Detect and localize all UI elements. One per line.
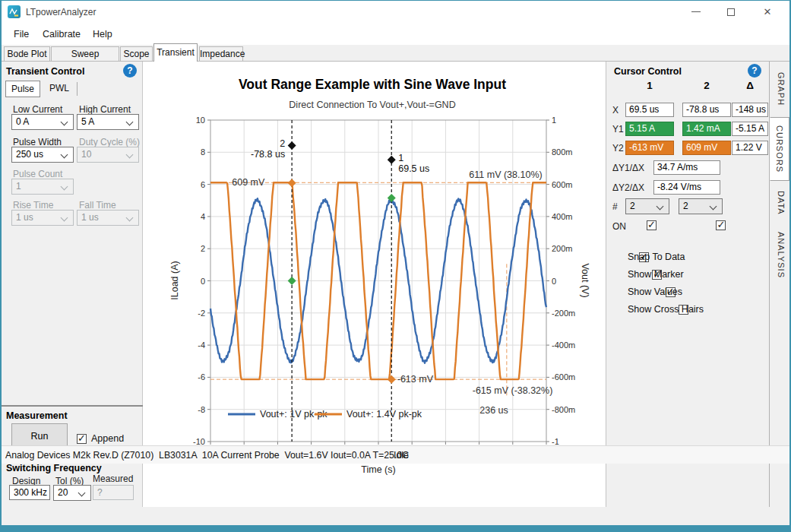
dy1-dx-label: ΔY1/ΔX xyxy=(612,163,644,173)
tol-combo[interactable]: 20 xyxy=(53,485,91,501)
maximize-button[interactable] xyxy=(713,1,748,23)
chart-subtitle: Direct Connection To Vout+,Vout-=GND xyxy=(289,100,455,110)
left-tick-label: 6 xyxy=(201,180,205,189)
help-icon[interactable]: ? xyxy=(748,64,761,78)
tab-transient[interactable]: Transient xyxy=(153,43,198,62)
cursor2-on-checkbox[interactable] xyxy=(716,220,726,230)
menu-help[interactable]: Help xyxy=(93,29,112,40)
high-current-combo[interactable]: 5 A xyxy=(77,114,139,130)
show-marker-label: Show Marker xyxy=(628,269,684,280)
dy2-dx-label: ΔY2/ΔX xyxy=(612,182,644,193)
chart-title: Vout Range Example with Sine Wave Input xyxy=(239,77,506,92)
dy1-dx-value: 34.7 A/ms xyxy=(653,160,720,175)
col-header-2: 2 xyxy=(682,80,731,91)
cursor2-number-combo[interactable]: 2 xyxy=(679,198,723,214)
tab-sweep-amplitude[interactable]: Sweep Amplitude xyxy=(51,46,119,61)
cursor-control-panel: Cursor Control ? 1 2 Δ X 69.5 us -78.8 u… xyxy=(606,62,770,507)
subtab-pwl[interactable]: PWL xyxy=(44,82,74,96)
delta-y1-value: -5.15 A xyxy=(732,122,768,136)
left-tick-label: -4 xyxy=(198,340,205,350)
pulse-count-combo: 1 xyxy=(11,179,74,195)
status-state-text: Idle xyxy=(394,450,409,461)
side-tab-analysis[interactable]: ANALYSIS xyxy=(771,223,790,286)
append-label: Append xyxy=(91,433,124,444)
cursor-control-title: Cursor Control xyxy=(614,66,682,77)
right-tick-label: 800m xyxy=(552,147,573,157)
close-icon: ✕ xyxy=(764,6,772,17)
fall-time-label: Fall Time xyxy=(79,200,116,211)
right-tick-label: 400m xyxy=(552,212,573,221)
subtab-separator xyxy=(77,82,78,96)
window-title: LTpowerAnalyzer xyxy=(26,7,96,17)
right-tick-label: -600m xyxy=(552,372,575,382)
subtab-pulse[interactable]: Pulse xyxy=(5,81,40,97)
measurement-title: Measurement xyxy=(6,410,68,421)
cursor-handle-1 xyxy=(388,156,396,164)
cursor2-y1-value[interactable]: 1.42 mA xyxy=(682,122,731,136)
delta-x-value: -148 us xyxy=(732,103,768,117)
close-button[interactable]: ✕ xyxy=(748,1,786,23)
side-tab-graph[interactable]: GRAPH xyxy=(771,65,790,112)
cursor1-number-combo[interactable]: 2 xyxy=(625,198,669,214)
left-tick-label: 2 xyxy=(201,244,205,253)
tab-bode-plot[interactable]: Bode Plot xyxy=(4,46,50,61)
measured-input: ? xyxy=(93,485,134,500)
rise-time-label: Rise Time xyxy=(13,200,53,211)
right-tick-label: -800m xyxy=(552,405,575,414)
cursor2-x-value[interactable]: -78.8 us xyxy=(682,103,731,117)
legend-label: Vout+: 1.4V pk-pk xyxy=(346,409,422,420)
menu-file[interactable]: File xyxy=(14,29,29,40)
annotation: 236 us xyxy=(479,405,508,416)
cursor-number-label: 1 xyxy=(398,153,403,163)
design-input[interactable]: 300 kHz xyxy=(9,485,50,500)
right-tick-label: 600m xyxy=(552,180,573,189)
measured-label: Measured xyxy=(93,473,133,484)
left-tick-label: -6 xyxy=(198,372,205,382)
dy2-dx-value: -8.24 V/ms xyxy=(653,180,720,195)
show-values-label: Show Values xyxy=(628,287,682,297)
tab-scope[interactable]: Scope xyxy=(120,46,153,61)
cursor-handle-2 xyxy=(288,141,296,150)
transient-control-panel: Transient Control ? Pulse PWL Low Curren… xyxy=(2,62,143,507)
annotation: 611 mV (38.10%) xyxy=(469,169,542,180)
append-checkbox[interactable] xyxy=(77,434,87,444)
cursor2-y2-value[interactable]: 609 mV xyxy=(682,141,731,155)
low-current-combo[interactable]: 0 A xyxy=(11,114,74,130)
left-tick-label: -8 xyxy=(198,405,205,414)
cursor1-y1-value[interactable]: 5.15 A xyxy=(625,122,674,136)
side-tab-cursors[interactable]: CURSORS xyxy=(770,117,789,181)
pulse-width-combo[interactable]: 250 us xyxy=(11,147,74,163)
side-tab-data[interactable]: DATA xyxy=(771,185,790,220)
rise-time-combo: 1 us xyxy=(11,210,74,226)
snap-to-data-label: Snap To Data xyxy=(628,252,685,262)
right-tick-label: -200m xyxy=(552,309,575,318)
transient-chart[interactable]: Vout Range Example with Sine Wave Input … xyxy=(143,62,606,507)
help-icon[interactable]: ? xyxy=(123,64,137,78)
status-bar: Analog Devices M2k Rev.D (Z7010) LB3031A… xyxy=(2,445,789,464)
status-device-text: Analog Devices M2k Rev.D (Z7010) LB3031A… xyxy=(5,450,409,461)
right-tick-label: 0 xyxy=(552,277,556,286)
cursor1-on-checkbox[interactable] xyxy=(647,220,657,230)
tab-impedance[interactable]: Impedance xyxy=(199,46,243,61)
delta-y2-value: 1.22 V xyxy=(732,141,768,155)
minimize-icon xyxy=(691,11,701,12)
duty-cycle-combo: 10 xyxy=(77,147,139,163)
left-tick-label: 4 xyxy=(201,212,205,221)
cursor1-y2-value[interactable]: -613 mV xyxy=(625,141,674,155)
annotation: -613 mV xyxy=(397,374,434,385)
left-tick-label: -2 xyxy=(198,309,205,318)
fall-time-combo: 1 us xyxy=(77,210,139,226)
cursor1-x-value[interactable]: 69.5 us xyxy=(625,103,674,117)
right-tick-label: -400m xyxy=(552,340,575,350)
panel-title: Transient Control xyxy=(6,66,84,77)
cursor-x-label: 69.5 us xyxy=(398,163,429,174)
menu-calibrate[interactable]: Calibrate xyxy=(43,29,81,40)
left-axis-label: ILoad (A) xyxy=(169,261,180,299)
desktop: LTpowerAnalyzer ✕ File Calibrate Help Bo… xyxy=(0,0,791,532)
minimize-button[interactable] xyxy=(679,1,713,23)
left-tick-label: 0 xyxy=(201,277,205,286)
left-tick-label: 8 xyxy=(201,147,205,157)
high-current-label: High Current xyxy=(79,104,131,115)
switching-frequency-title: Switching Frequency xyxy=(6,463,102,473)
right-tick-label: 200m xyxy=(552,244,573,253)
